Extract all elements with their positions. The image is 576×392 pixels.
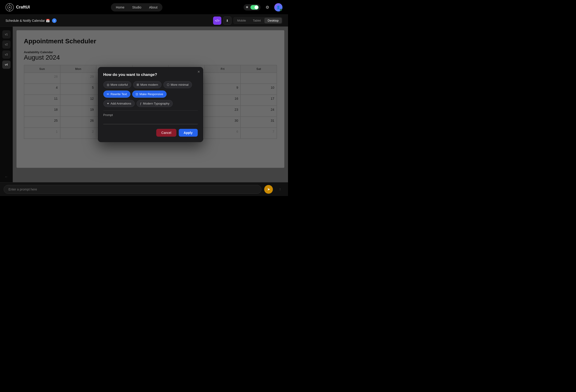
nav-home[interactable]: Home <box>112 4 128 11</box>
cancel-button[interactable]: Cancel <box>156 129 176 137</box>
version-v1[interactable]: v1 <box>2 30 11 38</box>
logo-text: CraftUI <box>16 5 30 10</box>
viewport-mobile[interactable]: Mobile <box>234 18 249 23</box>
viewport-tabs: Mobile Tablet Desktop <box>233 17 283 24</box>
scroll-up-button[interactable]: ↑ <box>276 185 284 194</box>
avatar-status-dot <box>280 9 282 11</box>
viewport-tablet[interactable]: Tablet <box>250 18 264 23</box>
animations-icon: ✦ <box>107 102 109 105</box>
minimal-icon: ⬡ <box>167 83 169 87</box>
chip-label: More minimal <box>171 83 189 87</box>
typography-icon: ƒ <box>140 102 142 105</box>
chip-more-minimal[interactable]: ⬡ More minimal <box>163 81 192 88</box>
chip-label: More modern <box>141 83 158 87</box>
header-nav: Home Studio About <box>111 3 163 11</box>
avatar[interactable]: 👤 <box>274 3 283 11</box>
canvas-area: Appointment Scheduler Availability Calen… <box>13 27 288 182</box>
main-area: v1 v2 v3 v4 ← Appointment Scheduler Avai… <box>0 27 288 182</box>
chip-label: Rewrite Text <box>111 92 127 96</box>
theme-toggle[interactable] <box>250 5 259 10</box>
change-modal: × How do you want to change? ◎ More colo… <box>98 67 203 142</box>
modal-actions: Cancel Apply <box>103 129 198 137</box>
toolbar-left: Schedule & Notify Calendar 📅 i <box>5 18 57 23</box>
send-button[interactable]: ➤ <box>264 185 273 194</box>
toolbar: Schedule & Notify Calendar 📅 i </> ⬇ Mob… <box>0 15 288 27</box>
toggle-thumb <box>255 5 258 9</box>
download-button[interactable]: ⬇ <box>223 17 231 25</box>
nav-about[interactable]: About <box>145 4 161 11</box>
sun-icon: ☀ <box>245 5 249 9</box>
colorful-icon: ◎ <box>107 83 109 87</box>
sidebar: v1 v2 v3 v4 ← <box>0 27 13 182</box>
modal-chips-row3: ✦ Add Animations ƒ Modern Typography <box>103 100 198 107</box>
version-v3[interactable]: v3 <box>2 50 11 59</box>
rewrite-icon: ✏ <box>107 92 109 96</box>
project-title: Schedule & Notify Calendar 📅 <box>5 19 50 23</box>
header: CraftUI Home Studio About ☀ ⚙ 👤 <box>0 0 288 15</box>
code-button[interactable]: </> <box>213 17 221 25</box>
chip-rewrite-text[interactable]: ✏ Rewrite Text <box>103 90 130 98</box>
modal-title: How do you want to change? <box>103 72 198 77</box>
logo-icon <box>5 3 14 11</box>
header-left: CraftUI <box>5 3 30 11</box>
modal-close-button[interactable]: × <box>198 70 200 74</box>
chip-label: Add Animations <box>111 102 131 105</box>
chip-label: More colorful <box>111 83 128 87</box>
modal-overlay: × How do you want to change? ◎ More colo… <box>13 27 288 182</box>
viewport-desktop[interactable]: Desktop <box>264 18 282 23</box>
responsive-icon: ⊡ <box>136 92 138 96</box>
modal-chips-row2: ✏ Rewrite Text ⊡ Make Responsive <box>103 90 198 98</box>
chip-more-colorful[interactable]: ◎ More colorful <box>103 81 131 88</box>
chip-more-modern[interactable]: ⊞ More modern <box>133 81 162 88</box>
chip-add-animations[interactable]: ✦ Add Animations <box>103 100 135 107</box>
toolbar-right: </> ⬇ Mobile Tablet Desktop <box>213 17 283 25</box>
header-right: ☀ ⚙ 👤 <box>244 3 283 11</box>
modern-icon: ⊞ <box>137 83 139 87</box>
svg-point-2 <box>9 7 10 8</box>
prompt-label: Prompt <box>103 113 198 117</box>
modal-prompt-input[interactable] <box>103 119 198 124</box>
bottom-bar: ➤ ↑ <box>0 182 288 196</box>
bottom-prompt-input[interactable] <box>4 185 261 194</box>
chip-modern-typography[interactable]: ƒ Modern Typography <box>137 100 173 107</box>
modal-chips-row1: ◎ More colorful ⊞ More modern ⬡ More min… <box>103 81 198 88</box>
settings-button[interactable]: ⚙ <box>263 3 271 11</box>
chip-make-responsive[interactable]: ⊡ Make Responsive <box>132 90 167 98</box>
modal-divider <box>103 110 198 111</box>
chip-label: Modern Typography <box>143 102 169 105</box>
info-button[interactable]: i <box>52 18 57 23</box>
version-v2[interactable]: v2 <box>2 40 11 49</box>
collapse-arrow[interactable]: ← <box>5 175 8 179</box>
chip-label: Make Responsive <box>140 92 163 96</box>
apply-button[interactable]: Apply <box>179 129 198 137</box>
theme-toggle-container: ☀ <box>244 4 260 11</box>
nav-studio[interactable]: Studio <box>129 4 145 11</box>
version-v4[interactable]: v4 <box>2 60 11 69</box>
